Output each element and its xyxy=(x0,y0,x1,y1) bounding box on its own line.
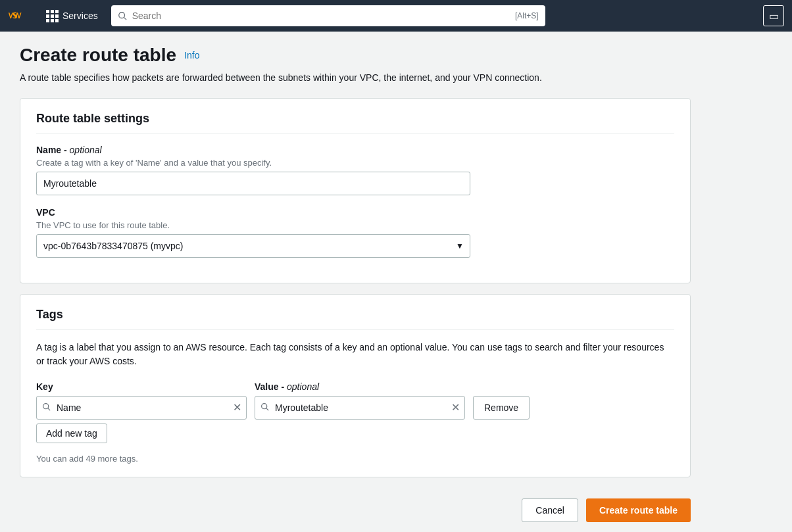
name-label: Name - optional xyxy=(36,145,674,155)
search-bar[interactable]: [Alt+S] xyxy=(111,5,545,26)
navbar-right: ▭ xyxy=(763,5,784,26)
terminal-icon[interactable]: ▭ xyxy=(763,5,784,26)
page-description: A route table specifies how packets are … xyxy=(20,71,691,85)
remove-tag-button[interactable]: Remove xyxy=(473,396,530,420)
value-search-icon xyxy=(260,402,269,413)
vpc-select-wrapper: vpc-0b7643b7833470875 (myvpc) ▼ xyxy=(36,234,470,258)
remove-column: Remove Remove xyxy=(473,381,530,420)
page-title: Create route table xyxy=(20,45,176,66)
footer-actions: Cancel Create route table xyxy=(20,488,691,527)
tags-description: A tag is a label that you assign to an A… xyxy=(36,341,674,368)
svg-line-1 xyxy=(124,18,126,20)
key-header: Key xyxy=(36,381,247,392)
create-route-table-button[interactable]: Create route table xyxy=(586,498,691,522)
search-input[interactable] xyxy=(132,11,510,21)
value-input[interactable] xyxy=(255,396,465,420)
vpc-label: VPC xyxy=(36,207,674,218)
page-header: Create route table Info xyxy=(20,45,691,66)
value-clear-button[interactable]: ✕ xyxy=(451,402,460,413)
main-content: Create route table Info A route table sp… xyxy=(0,32,710,532)
key-input[interactable] xyxy=(36,396,247,420)
vpc-hint: The VPC to use for this route table. xyxy=(36,220,674,230)
vpc-select[interactable]: vpc-0b7643b7833470875 (myvpc) xyxy=(36,234,470,258)
tags-limit-text: You can add 49 more tags. xyxy=(36,454,674,464)
search-icon xyxy=(118,11,127,20)
settings-card-title: Route table settings xyxy=(36,112,674,134)
route-table-settings-card: Route table settings Name - optional Cre… xyxy=(20,98,691,283)
tags-card-title: Tags xyxy=(36,308,674,330)
vpc-field-group: VPC The VPC to use for this route table.… xyxy=(36,207,674,258)
tags-card: Tags A tag is a label that you assign to… xyxy=(20,294,691,477)
cancel-button[interactable]: Cancel xyxy=(522,498,578,522)
grid-icon xyxy=(46,10,59,22)
svg-line-3 xyxy=(48,408,50,410)
navbar: Services [Alt+S] ▭ xyxy=(0,0,792,32)
search-shortcut: [Alt+S] xyxy=(515,11,539,20)
info-link[interactable]: Info xyxy=(184,50,199,60)
key-column: Key ✕ xyxy=(36,381,247,420)
value-header: Value - optional xyxy=(255,381,465,392)
aws-logo-area xyxy=(8,8,33,24)
name-input[interactable] xyxy=(36,172,470,195)
name-field-group: Name - optional Create a tag with a key … xyxy=(36,145,674,195)
services-label: Services xyxy=(62,11,98,21)
services-button[interactable]: Services xyxy=(41,7,103,25)
value-column: Value - optional ✕ xyxy=(255,381,465,420)
add-new-tag-button[interactable]: Add new tag xyxy=(36,423,107,443)
value-input-wrap: ✕ xyxy=(255,396,465,420)
key-clear-button[interactable]: ✕ xyxy=(233,402,241,413)
svg-point-0 xyxy=(118,12,124,18)
svg-point-4 xyxy=(262,404,267,409)
name-hint: Create a tag with a key of 'Name' and a … xyxy=(36,158,674,168)
svg-line-5 xyxy=(266,408,268,410)
svg-point-2 xyxy=(43,404,49,409)
aws-logo-icon xyxy=(8,8,33,24)
key-search-icon xyxy=(42,402,51,413)
key-input-wrap: ✕ xyxy=(36,396,247,420)
